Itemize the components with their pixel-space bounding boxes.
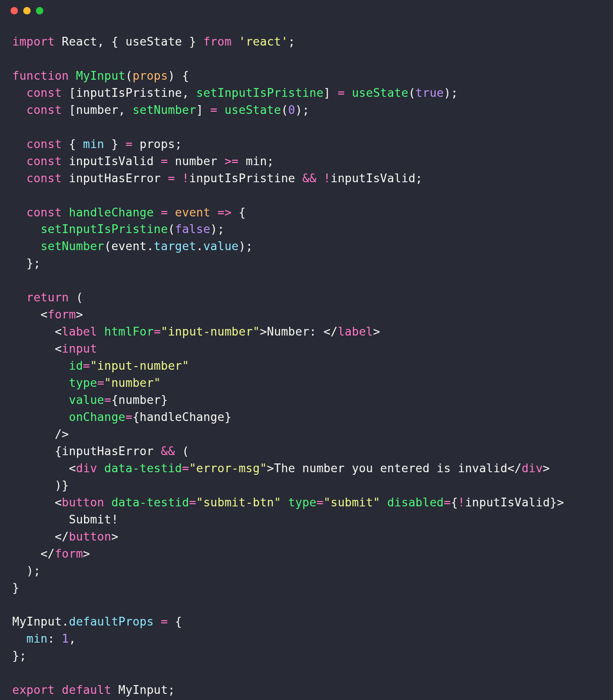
code-token: = — [104, 393, 111, 407]
code-token: } — [104, 137, 125, 151]
code-token: false — [175, 222, 211, 236]
code-token: onChange — [69, 410, 125, 424]
code-token: { — [133, 410, 140, 424]
code-token — [12, 137, 26, 151]
code-token — [12, 290, 26, 304]
code-token: >= — [225, 154, 246, 168]
code-token — [12, 359, 69, 372]
code-token: "number" — [104, 376, 161, 389]
code-token: number — [76, 103, 118, 117]
code-token: ! — [182, 171, 189, 185]
code-token: < — [12, 495, 62, 509]
code-token: const — [26, 86, 69, 99]
code-token — [281, 495, 288, 509]
code-token: event — [111, 239, 147, 253]
code-token: form — [55, 547, 83, 560]
code-token: { — [12, 444, 62, 458]
code-token: = — [161, 205, 175, 219]
code-token: 1 — [62, 632, 69, 645]
code-token: : — [48, 632, 62, 645]
code-token: ( — [175, 444, 189, 458]
code-token: inputIsPristine — [76, 86, 182, 99]
code-token: true — [416, 86, 444, 99]
code-token: ); — [295, 103, 309, 117]
code-token: [ — [69, 103, 76, 117]
code-token: handleChange — [69, 205, 154, 219]
code-token: setNumber — [133, 103, 196, 117]
code-token: ; — [288, 35, 295, 48]
code-token: [ — [69, 86, 76, 99]
code-token: inputHasError — [62, 444, 154, 458]
code-token: inputIsValid; — [331, 171, 423, 185]
code-token: ] — [324, 86, 338, 99]
code-token: "submit-btn" — [196, 495, 281, 509]
code-token: > — [83, 547, 90, 560]
code-token: } — [225, 410, 232, 424]
code-token: ); — [12, 564, 41, 577]
code-token: min; — [246, 154, 274, 168]
code-token: </ — [12, 547, 55, 560]
code-token: import — [12, 35, 62, 48]
code-token: const — [26, 205, 69, 219]
code-token: inputIsPristine — [189, 171, 302, 185]
code-token: 'react' — [239, 35, 288, 48]
code-token: = — [154, 325, 161, 338]
code-token: { — [175, 615, 182, 628]
code-token: MyInput; — [118, 683, 175, 696]
code-token: = — [97, 376, 104, 389]
code-token: ( — [168, 222, 175, 236]
code-token: 0 — [288, 103, 295, 117]
code-token: , — [182, 86, 196, 99]
code-token: { — [111, 393, 118, 407]
code-token: const — [26, 103, 69, 117]
code-token: { — [451, 495, 458, 509]
code-token: button — [69, 530, 111, 543]
code-token: const — [26, 137, 69, 151]
code-token: MyInput — [76, 69, 125, 82]
code-token: ! — [458, 495, 465, 509]
code-token: = — [210, 103, 224, 117]
code-token: < — [12, 342, 62, 355]
code-token: Submit! — [12, 513, 118, 526]
code-token: > — [111, 530, 118, 543]
code-token: number — [118, 393, 161, 407]
code-token: setInputIsPristine — [196, 86, 324, 99]
code-token: min — [83, 137, 104, 151]
code-token: const — [26, 171, 69, 185]
code-token: ); — [210, 222, 224, 236]
code-token: form — [48, 308, 76, 321]
code-token: , — [69, 632, 76, 645]
code-token: "error-msg" — [189, 461, 267, 475]
code-token: ! — [324, 171, 331, 185]
code-token: type — [288, 495, 317, 509]
close-icon[interactable] — [11, 7, 18, 14]
code-token: </ — [507, 461, 521, 475]
code-token: target — [154, 239, 196, 253]
zoom-icon[interactable] — [36, 7, 43, 14]
code-token — [12, 86, 26, 99]
code-token: < — [12, 325, 62, 338]
code-token — [154, 615, 161, 628]
code-token: , — [118, 103, 132, 117]
code-token: disabled — [387, 495, 444, 509]
code-token: , { — [97, 35, 126, 48]
code-token — [104, 495, 111, 509]
code-token: event — [175, 205, 211, 219]
code-token: }; — [12, 649, 26, 662]
code-token: label — [62, 325, 97, 338]
code-content[interactable]: import React, { useState } from 'react';… — [0, 21, 613, 700]
editor-window: import React, { useState } from 'react';… — [0, 0, 613, 700]
code-token: && — [161, 444, 175, 458]
minimize-icon[interactable] — [23, 7, 31, 14]
code-token: = — [168, 171, 182, 185]
code-token: ); — [444, 86, 458, 99]
code-token: . — [147, 239, 154, 253]
code-token: </ — [324, 325, 338, 338]
code-token — [12, 239, 41, 253]
code-token: MyInput — [12, 615, 62, 628]
code-token: useState — [352, 86, 408, 99]
code-token: . — [196, 239, 203, 253]
code-token: setNumber — [41, 239, 104, 253]
code-token — [12, 632, 26, 645]
code-token: defaultProps — [69, 615, 154, 628]
